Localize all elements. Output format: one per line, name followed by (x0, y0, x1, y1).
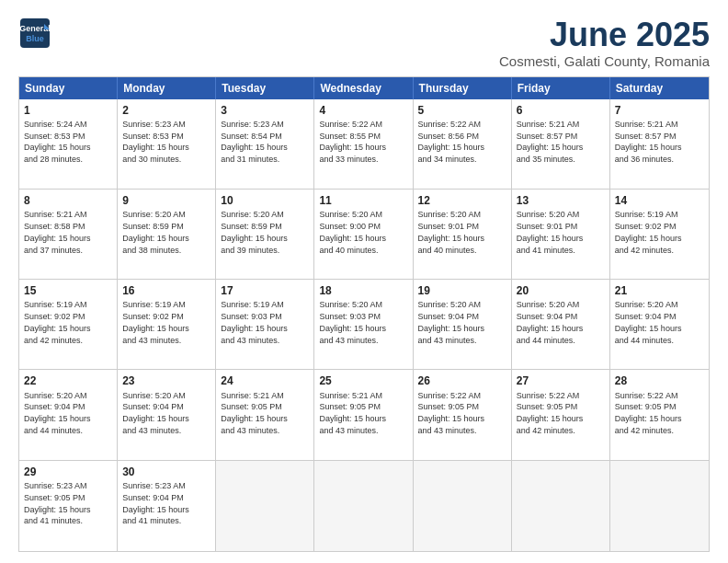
day-29: 29 Sunrise: 5:23 AMSunset: 9:05 PMDaylig… (19, 461, 118, 551)
day-5: 5 Sunrise: 5:22 AMSunset: 8:56 PMDayligh… (414, 99, 512, 189)
day-30: 30 Sunrise: 5:23 AMSunset: 9:04 PMDaylig… (118, 461, 216, 551)
calendar-header: Sunday Monday Tuesday Wednesday Thursday… (19, 77, 709, 99)
day-23: 23 Sunrise: 5:20 AMSunset: 9:04 PMDaylig… (118, 370, 216, 459)
day-25: 25 Sunrise: 5:21 AMSunset: 9:05 PMDaylig… (314, 370, 413, 459)
week-row-2: 8 Sunrise: 5:21 AMSunset: 8:58 PMDayligh… (19, 190, 709, 280)
header-saturday: Saturday (610, 77, 709, 99)
day-4: 4 Sunrise: 5:22 AMSunset: 8:55 PMDayligh… (314, 99, 413, 189)
logo: General Blue (18, 17, 51, 53)
day-3: 3 Sunrise: 5:23 AMSunset: 8:54 PMDayligh… (216, 99, 314, 189)
day-20: 20 Sunrise: 5:20 AMSunset: 9:04 PMDaylig… (512, 280, 610, 369)
day-10: 10 Sunrise: 5:20 AMSunset: 8:59 PMDaylig… (216, 190, 314, 279)
day-19: 19 Sunrise: 5:20 AMSunset: 9:04 PMDaylig… (414, 280, 512, 369)
header: General Blue June 2025 Cosmesti, Galati … (18, 17, 710, 69)
header-sunday: Sunday (19, 77, 118, 99)
day-22: 22 Sunrise: 5:20 AMSunset: 9:04 PMDaylig… (19, 370, 118, 459)
day-12: 12 Sunrise: 5:20 AMSunset: 9:01 PMDaylig… (414, 190, 512, 279)
header-thursday: Thursday (414, 77, 512, 99)
day-26: 26 Sunrise: 5:22 AMSunset: 9:05 PMDaylig… (414, 370, 512, 459)
day-24: 24 Sunrise: 5:21 AMSunset: 9:05 PMDaylig… (216, 370, 314, 459)
calendar: Sunday Monday Tuesday Wednesday Thursday… (18, 76, 710, 552)
day-6: 6 Sunrise: 5:21 AMSunset: 8:57 PMDayligh… (512, 99, 610, 189)
day-16: 16 Sunrise: 5:19 AMSunset: 9:02 PMDaylig… (118, 280, 216, 369)
week-row-1: 1 Sunrise: 5:24 AMSunset: 8:53 PMDayligh… (19, 99, 709, 190)
header-monday: Monday (118, 77, 216, 99)
day-2: 2 Sunrise: 5:23 AMSunset: 8:53 PMDayligh… (118, 99, 216, 189)
empty-cell-3 (414, 461, 512, 551)
day-18: 18 Sunrise: 5:20 AMSunset: 9:03 PMDaylig… (314, 280, 413, 369)
empty-cell-1 (216, 461, 314, 551)
svg-text:Blue: Blue (26, 34, 44, 43)
week-row-5: 29 Sunrise: 5:23 AMSunset: 9:05 PMDaylig… (19, 461, 709, 551)
day-9: 9 Sunrise: 5:20 AMSunset: 8:59 PMDayligh… (118, 190, 216, 279)
page: General Blue June 2025 Cosmesti, Galati … (0, 0, 728, 563)
title-block: June 2025 Cosmesti, Galati County, Roman… (499, 17, 710, 69)
day-11: 11 Sunrise: 5:20 AMSunset: 9:00 PMDaylig… (314, 190, 413, 279)
day-8: 8 Sunrise: 5:21 AMSunset: 8:58 PMDayligh… (19, 190, 118, 279)
svg-rect-0 (20, 18, 50, 48)
day-1: 1 Sunrise: 5:24 AMSunset: 8:53 PMDayligh… (19, 99, 118, 189)
empty-cell-2 (314, 461, 413, 551)
week-row-4: 22 Sunrise: 5:20 AMSunset: 9:04 PMDaylig… (19, 370, 709, 460)
empty-cell-4 (512, 461, 610, 551)
logo-icon: General Blue (18, 17, 51, 50)
day-28: 28 Sunrise: 5:22 AMSunset: 9:05 PMDaylig… (610, 370, 709, 459)
week-row-3: 15 Sunrise: 5:19 AMSunset: 9:02 PMDaylig… (19, 280, 709, 370)
day-13: 13 Sunrise: 5:20 AMSunset: 9:01 PMDaylig… (512, 190, 610, 279)
day-21: 21 Sunrise: 5:20 AMSunset: 9:04 PMDaylig… (610, 280, 709, 369)
calendar-body: 1 Sunrise: 5:24 AMSunset: 8:53 PMDayligh… (19, 99, 709, 551)
calendar-subtitle: Cosmesti, Galati County, Romania (499, 53, 710, 69)
day-15: 15 Sunrise: 5:19 AMSunset: 9:02 PMDaylig… (19, 280, 118, 369)
header-wednesday: Wednesday (314, 77, 413, 99)
day-17: 17 Sunrise: 5:19 AMSunset: 9:03 PMDaylig… (216, 280, 314, 369)
calendar-title: June 2025 (499, 17, 710, 53)
header-tuesday: Tuesday (216, 77, 314, 99)
header-friday: Friday (512, 77, 610, 99)
empty-cell-5 (610, 461, 709, 551)
day-14: 14 Sunrise: 5:19 AMSunset: 9:02 PMDaylig… (610, 190, 709, 279)
day-7: 7 Sunrise: 5:21 AMSunset: 8:57 PMDayligh… (610, 99, 709, 189)
day-27: 27 Sunrise: 5:22 AMSunset: 9:05 PMDaylig… (512, 370, 610, 459)
